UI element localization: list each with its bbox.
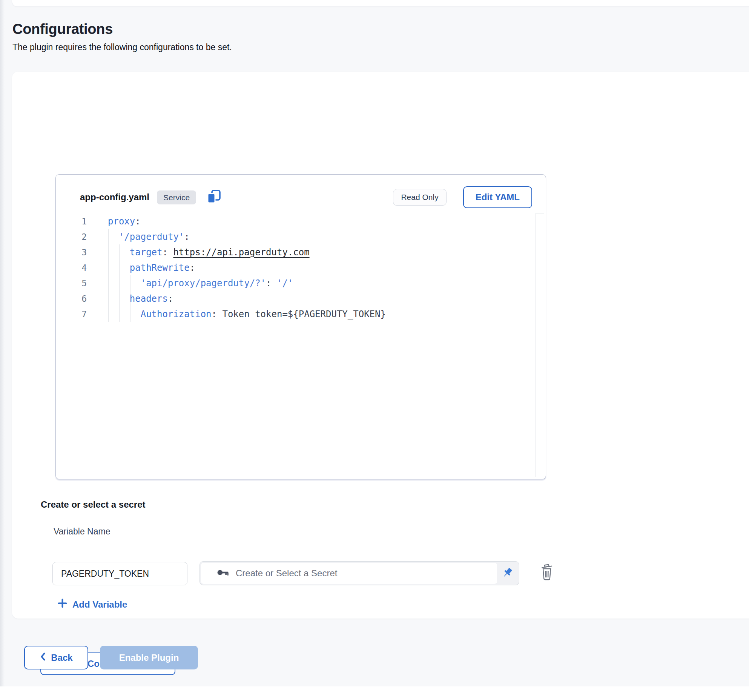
key-icon: [216, 566, 230, 581]
code-line: 2 '/pagerduty':: [56, 229, 546, 244]
line-number: 4: [56, 263, 87, 273]
plus-icon: [57, 598, 68, 611]
line-number: 3: [56, 247, 87, 257]
variable-name-input[interactable]: [52, 562, 187, 585]
service-badge: Service: [157, 190, 196, 204]
trash-icon: [538, 562, 556, 583]
line-number: 1: [56, 216, 87, 226]
line-number: 5: [56, 278, 87, 288]
editor-header: app-config.yaml Service Read Only Edit Y…: [80, 185, 532, 209]
previous-card-edge: [12, 0, 749, 6]
enable-plugin-button[interactable]: Enable Plugin: [100, 646, 198, 669]
code-text: 'api/proxy/pagerduty/?': '/': [87, 278, 293, 289]
add-variable-button[interactable]: Add Variable: [57, 598, 127, 611]
pin-secret-button[interactable]: [499, 562, 516, 585]
code-line: 3 target: https://api.pagerduty.com: [56, 244, 546, 260]
secret-placeholder-text: Create or Select a Secret: [236, 568, 337, 579]
code-lines: 1proxy:2 '/pagerduty':3 target: https://…: [56, 213, 546, 322]
filename-label: app-config.yaml: [80, 192, 149, 203]
plugin-configuration-page: Configurations The plugin requires the f…: [0, 0, 749, 700]
back-button[interactable]: Back: [24, 646, 88, 669]
copy-button[interactable]: [206, 189, 222, 205]
edit-yaml-button[interactable]: Edit YAML: [463, 186, 532, 208]
line-number: 2: [56, 232, 87, 242]
configurations-card: app-config.yaml Service Read Only Edit Y…: [12, 72, 749, 619]
code-line: 7 Authorization: Token token=${PAGERDUTY…: [56, 306, 546, 322]
add-variable-label: Add Variable: [72, 599, 127, 610]
variable-name-label: Variable Name: [54, 527, 110, 537]
code-line: 4 pathRewrite:: [56, 260, 546, 275]
read-only-badge: Read Only: [393, 189, 446, 206]
code-text: pathRewrite:: [87, 262, 195, 273]
delete-variable-button[interactable]: [538, 562, 556, 583]
code-text: headers:: [87, 293, 173, 304]
yaml-editor-panel: app-config.yaml Service Read Only Edit Y…: [55, 174, 546, 479]
editor-scrollbar[interactable]: [535, 213, 544, 477]
yaml-code-viewer: 1proxy:2 '/pagerduty':3 target: https://…: [56, 213, 546, 479]
code-line: 5 'api/proxy/pagerduty/?': '/': [56, 275, 546, 291]
code-text: proxy:: [87, 216, 141, 227]
secret-section-heading: Create or select a secret: [41, 499, 146, 510]
line-number: 6: [56, 294, 87, 304]
code-line: 1proxy:: [56, 213, 546, 229]
chevron-left-icon: [40, 652, 46, 664]
secret-select-dropdown[interactable]: Create or Select a Secret: [200, 561, 519, 585]
page-title: Configurations: [12, 21, 113, 37]
code-text: target: https://api.pagerduty.com: [87, 247, 310, 258]
code-line: 6 headers:: [56, 291, 546, 306]
pin-icon: [500, 566, 514, 581]
code-text: Authorization: Token token=${PAGERDUTY_T…: [87, 309, 386, 319]
copy-icon: [206, 189, 222, 206]
code-text: '/pagerduty':: [87, 232, 190, 242]
page-subtitle: The plugin requires the following config…: [12, 42, 232, 52]
line-number: 7: [56, 309, 87, 319]
secret-select-field: Create or Select a Secret: [201, 563, 497, 584]
back-button-label: Back: [51, 652, 72, 663]
left-edge-shadow: [0, 0, 5, 686]
